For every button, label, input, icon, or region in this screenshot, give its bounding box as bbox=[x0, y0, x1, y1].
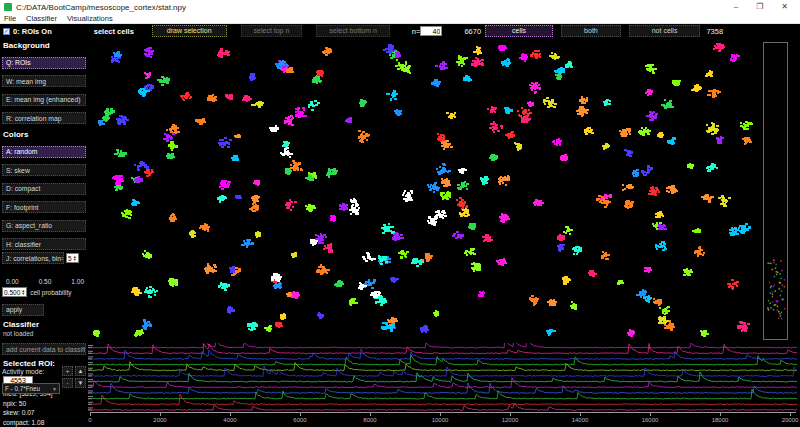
sidebar-color-3[interactable]: F: footprint bbox=[2, 201, 86, 213]
x-tick-label: 20000 bbox=[782, 417, 799, 423]
restore-button[interactable]: ❐ bbox=[756, 0, 763, 14]
x-tick bbox=[650, 413, 651, 416]
menubar: FileClassifierVisualizations bbox=[0, 14, 800, 24]
x-tick-label: 4000 bbox=[223, 417, 236, 423]
x-tick-label: 10000 bbox=[432, 417, 449, 423]
x-tick bbox=[90, 413, 91, 416]
close-button[interactable]: ✕ bbox=[781, 0, 788, 14]
roi-stat-line: skew: 0.07 bbox=[3, 409, 86, 416]
trace-zoom-button-3[interactable]: ▼ bbox=[75, 378, 86, 388]
sidebar-bg-0[interactable]: Q: ROIs bbox=[2, 57, 86, 69]
not-cells-button[interactable]: not cells bbox=[629, 25, 701, 37]
x-tick-label: 18000 bbox=[712, 417, 729, 423]
x-tick bbox=[580, 413, 581, 416]
trace-zoom-button-0[interactable]: + bbox=[62, 366, 73, 376]
color-button-group: A: randomS: skewD: compactF: footprintG:… bbox=[2, 140, 86, 251]
trace-zoom-buttons: +▲-▼ bbox=[62, 366, 86, 388]
x-tick bbox=[370, 413, 371, 416]
menu-item-classifier[interactable]: Classifier bbox=[26, 14, 57, 23]
sidebar-bg-1[interactable]: W: mean img bbox=[2, 75, 86, 87]
x-tick-label: 2000 bbox=[153, 417, 166, 423]
x-tick bbox=[790, 413, 791, 416]
correlations-bin-spinbox[interactable]: 5▲▼ bbox=[66, 253, 79, 263]
x-tick-label: 12000 bbox=[502, 417, 519, 423]
select-bottom-button[interactable]: select bottom n bbox=[316, 25, 389, 37]
toolbar: ✓ 0: ROIs On select cells draw selection… bbox=[0, 24, 800, 38]
x-tick-label: 6000 bbox=[293, 417, 306, 423]
n-label: n= bbox=[412, 27, 421, 36]
app-icon bbox=[4, 3, 12, 11]
classifier-status: not loaded bbox=[3, 330, 86, 337]
activity-block: Activity mode: +▲-▼ F - 0.7*Fneu▼ bbox=[2, 368, 88, 394]
x-tick-label: 8000 bbox=[363, 417, 376, 423]
colorbar-tick: 1.00 bbox=[71, 278, 84, 285]
rois-on-label: 0: ROIs On bbox=[13, 27, 52, 36]
x-tick-label: 16000 bbox=[642, 417, 659, 423]
cells-button[interactable]: cells bbox=[485, 25, 553, 37]
rois-on-checkbox[interactable]: ✓ bbox=[3, 28, 10, 35]
x-tick-label: 0 bbox=[88, 417, 91, 423]
x-tick-label: 14000 bbox=[572, 417, 589, 423]
cell-probability-label: cell probability bbox=[30, 289, 71, 296]
sidebar-color-5[interactable]: H: classifier bbox=[2, 238, 86, 250]
roi-stats: med: [3819, 394]npix: 50skew: 0.07compac… bbox=[2, 390, 86, 427]
sidebar-color-2[interactable]: D: compact bbox=[2, 183, 86, 195]
fluorescence-trace-canvas[interactable] bbox=[88, 343, 798, 411]
roi-overview-strip[interactable] bbox=[763, 42, 788, 340]
add-data-button[interactable]: add current data to classifier bbox=[2, 343, 86, 355]
trace-x-axis: 0200040006000800010000120001400016000180… bbox=[90, 412, 796, 426]
menu-item-file[interactable]: File bbox=[4, 14, 16, 23]
window-title: C:/DATA/BootCamp/mesoscope_cortex/stat.n… bbox=[16, 3, 186, 12]
colors-header: Colors bbox=[3, 130, 86, 139]
roi-stat-line: compact: 1.08 bbox=[3, 419, 86, 426]
x-tick bbox=[440, 413, 441, 416]
cells-count: 6670 bbox=[464, 27, 481, 36]
both-button[interactable]: both bbox=[561, 25, 621, 37]
sidebar-bg-3[interactable]: R: correlation map bbox=[2, 112, 86, 124]
minimize-button[interactable]: – bbox=[734, 0, 738, 14]
sidebar-color-4[interactable]: G: aspect_ratio bbox=[2, 220, 86, 232]
select-cells-label: select cells bbox=[94, 27, 134, 36]
sidebar: Background Q: ROIsW: mean imgE: mean img… bbox=[0, 38, 88, 427]
not-cells-count: 7358 bbox=[706, 27, 723, 36]
x-tick bbox=[230, 413, 231, 416]
x-tick bbox=[510, 413, 511, 416]
background-header: Background bbox=[3, 41, 86, 50]
trace-zoom-button-1[interactable]: ▲ bbox=[75, 366, 86, 376]
select-top-button[interactable]: select top n bbox=[241, 25, 303, 37]
x-tick bbox=[160, 413, 161, 416]
roi-overview-canvas bbox=[764, 43, 787, 339]
n-input[interactable] bbox=[420, 26, 442, 36]
correlations-button[interactable]: J: correlations, bin= bbox=[2, 252, 64, 264]
menu-item-visualizations[interactable]: Visualizations bbox=[67, 14, 113, 23]
trace-zoom-button-2[interactable]: - bbox=[62, 378, 73, 388]
colorbar-tick: 0.00 bbox=[6, 278, 19, 285]
cell-probability-spinbox[interactable]: 0.500▲▼ bbox=[2, 287, 27, 297]
activity-mode-dropdown[interactable]: F - 0.7*Fneu▼ bbox=[2, 383, 60, 394]
roi-field-canvas[interactable] bbox=[88, 38, 760, 342]
draw-selection-button[interactable]: draw selection bbox=[152, 25, 227, 37]
sidebar-color-1[interactable]: S: skew bbox=[2, 164, 86, 176]
background-button-group: Q: ROIsW: mean imgE: mean img (enhanced)… bbox=[2, 51, 86, 125]
colorbar-tick: 0.50 bbox=[39, 278, 52, 285]
suite2p-window: C:/DATA/BootCamp/mesoscope_cortex/stat.n… bbox=[0, 0, 800, 427]
titlebar: C:/DATA/BootCamp/mesoscope_cortex/stat.n… bbox=[0, 0, 800, 14]
sidebar-bg-2[interactable]: E: mean img (enhanced) bbox=[2, 94, 86, 106]
sidebar-color-0[interactable]: A: random bbox=[2, 146, 86, 158]
colorbar-ticks: 0.000.501.00 bbox=[6, 278, 84, 285]
apply-button[interactable]: apply bbox=[2, 304, 44, 316]
x-tick bbox=[720, 413, 721, 416]
classifier-header: Classifier bbox=[3, 320, 86, 329]
chevron-down-icon: ▼ bbox=[52, 386, 57, 392]
roi-stat-line: npix: 50 bbox=[3, 400, 86, 407]
x-tick bbox=[300, 413, 301, 416]
